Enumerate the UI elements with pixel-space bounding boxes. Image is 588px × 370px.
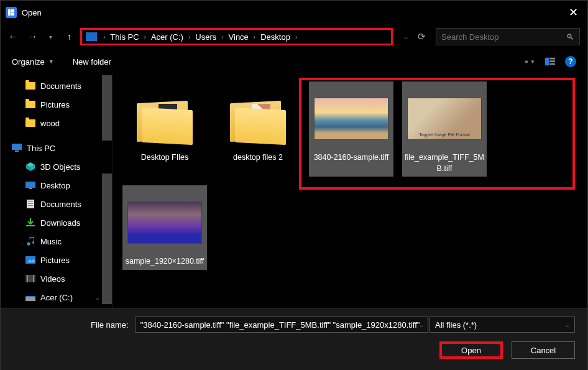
breadcrumb-acer[interactable]: Acer (C:) (149, 32, 186, 42)
svg-rect-1 (11, 9, 14, 12)
breadcrumb-vince[interactable]: Vince (226, 32, 251, 42)
filename-row: File name: ⌵ All files (*.*) ⌵ (13, 317, 575, 333)
chevron-down-icon[interactable]: ⌵ (96, 294, 99, 301)
sidebar-item-pictures[interactable]: Pictures (1, 95, 112, 114)
breadcrumb-sep: › (142, 34, 149, 40)
view-icons-button[interactable]: ▼ (525, 57, 535, 66)
pc-icon (12, 144, 22, 152)
svg-rect-5 (545, 58, 549, 65)
path-dropdown[interactable]: ⌵ (404, 34, 408, 40)
chevron-down-icon: ▼ (48, 58, 54, 65)
file-item-folder[interactable]: desktop files 2 (216, 81, 300, 177)
file-item-image[interactable]: Tagged Image File Format file_example_TI… (402, 81, 487, 177)
svg-rect-20 (26, 225, 35, 226)
breadcrumb-sep: › (293, 34, 300, 40)
new-folder-button[interactable]: New folder (73, 57, 111, 67)
sidebar-item-thispc[interactable]: This PC (1, 139, 112, 157)
up-button[interactable]: ↑ (67, 32, 71, 42)
chevron-down-icon[interactable]: ⌵ (420, 321, 423, 328)
navbar: ← → ▾ ↑ › This PC › Acer (C:) › Users › … (1, 24, 587, 49)
filetype-filter[interactable]: All files (*.*) ⌵ (430, 317, 575, 333)
folder-icon (218, 89, 298, 149)
history-dropdown[interactable]: ▾ (49, 34, 52, 40)
document-icon (25, 200, 35, 208)
sidebar-item-music[interactable]: Music (1, 232, 112, 251)
svg-rect-17 (28, 201, 33, 202)
file-grid: Desktop FIles desktop files 2 3840-2160-… (122, 81, 577, 270)
sidebar-item-documents2[interactable]: Documents (1, 195, 112, 213)
help-button[interactable]: ? (565, 56, 576, 67)
breadcrumb-sep: › (219, 34, 226, 40)
image-thumbnail (125, 193, 204, 252)
organize-button[interactable]: Organize ▼ (12, 57, 54, 67)
breadcrumb-thispc[interactable]: This PC (108, 32, 141, 42)
sidebar-item-pictures2[interactable]: Pictures (1, 251, 112, 269)
breadcrumb[interactable]: › This PC › Acer (C:) › Users › Vince › … (80, 28, 393, 45)
cancel-button[interactable]: Cancel (512, 341, 575, 359)
breadcrumb-sep: › (101, 34, 108, 40)
nav-arrows: ← → ▾ ↑ (8, 30, 71, 43)
download-icon (25, 218, 35, 227)
scrollbar-handle[interactable] (102, 173, 112, 304)
folder-icon (125, 89, 204, 149)
svg-rect-29 (25, 296, 35, 297)
music-icon (25, 237, 35, 246)
breadcrumb-users[interactable]: Users (193, 32, 219, 42)
search-input[interactable] (441, 32, 566, 42)
svg-point-21 (27, 243, 30, 246)
image-thumbnail: Tagged Image File Format (405, 89, 484, 149)
breadcrumb-sep: › (251, 34, 258, 40)
sidebar-item-downloads[interactable]: Downloads (1, 213, 112, 232)
filename-label: File name: (91, 320, 129, 330)
open-dialog: Open ✕ ← → ▾ ↑ › This PC › Acer (C:) › U… (0, 0, 588, 370)
chevron-down-icon: ⌵ (566, 321, 569, 328)
scrollbar-handle[interactable] (102, 75, 112, 141)
breadcrumb-desktop[interactable]: Desktop (258, 32, 293, 42)
image-thumbnail (311, 89, 391, 149)
file-item-folder[interactable]: Desktop FIles (122, 81, 207, 177)
sidebar-item-acer[interactable]: Acer (C:)⌵ (1, 288, 112, 307)
button-row: Open Cancel (13, 341, 575, 359)
sidebar-item-videos[interactable]: Videos (1, 269, 112, 288)
sidebar-item-3dobjects[interactable]: 3D Objects (1, 157, 112, 176)
title-text: Open (22, 8, 42, 17)
svg-rect-18 (28, 203, 33, 204)
file-area[interactable]: Desktop FIles desktop files 2 3840-2160-… (113, 74, 587, 308)
sidebar-item-wood[interactable]: wood (1, 114, 112, 132)
svg-rect-9 (12, 144, 22, 150)
chevron-down-icon: ▼ (530, 59, 535, 65)
close-button[interactable]: ✕ (559, 1, 587, 24)
svg-rect-19 (28, 205, 33, 206)
main: Documents Pictures wood This PC 3D Objec… (1, 74, 587, 308)
open-button[interactable]: Open (439, 341, 503, 359)
titlebar-left: Open (6, 7, 42, 18)
back-button[interactable]: ← (8, 30, 19, 43)
toolbar: Organize ▼ New folder ▼ ? (1, 49, 587, 74)
refresh-button[interactable]: ⟳ (418, 31, 426, 42)
view-details-button[interactable] (545, 57, 555, 66)
svg-rect-14 (25, 182, 35, 188)
pc-icon (86, 32, 97, 41)
app-icon (6, 7, 17, 18)
svg-rect-2 (11, 12, 14, 16)
titlebar: Open ✕ (1, 1, 587, 24)
svg-rect-6 (549, 58, 555, 60)
forward-button[interactable]: → (27, 30, 38, 43)
svg-rect-26 (27, 275, 28, 282)
picture-icon (25, 256, 35, 264)
search-icon[interactable]: 🔍︎ (566, 32, 574, 42)
breadcrumb-sep: › (186, 34, 193, 40)
drive-icon (25, 293, 35, 302)
sidebar-item-desktop[interactable]: Desktop (1, 176, 112, 195)
sidebar-item-documents[interactable]: Documents (1, 76, 112, 95)
sidebar: Documents Pictures wood This PC 3D Objec… (1, 74, 113, 308)
video-icon (25, 274, 35, 283)
file-item-image[interactable]: sample_1920×1280.tiff (122, 185, 207, 270)
search-box[interactable]: 🔍︎ (436, 28, 580, 45)
cube-icon (25, 162, 35, 171)
svg-rect-3 (525, 60, 528, 62)
toolbar-right: ▼ ? (525, 56, 576, 67)
bottom-panel: File name: ⌵ All files (*.*) ⌵ Open Canc… (1, 308, 587, 370)
file-item-image[interactable]: 3840-2160-sample.tiff (309, 81, 393, 177)
filename-input[interactable] (135, 317, 428, 333)
